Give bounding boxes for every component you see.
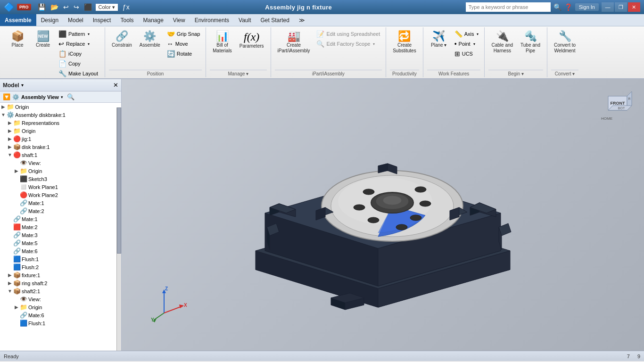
save-icon[interactable]: 💾: [38, 3, 46, 11]
tree-item[interactable]: 🟦 Flush:1: [0, 255, 121, 263]
tree-item[interactable]: ▶ 📦 ring shaft:2: [0, 279, 121, 287]
tree-item[interactable]: 🟥 Mate:2: [0, 223, 121, 231]
assembly-view-label[interactable]: Assembly View: [21, 94, 59, 100]
assembly-options-btn[interactable]: 🔍: [67, 93, 74, 100]
search-input[interactable]: [466, 2, 551, 12]
point-btn[interactable]: • Point▾: [453, 39, 481, 49]
minimize-btn[interactable]: —: [602, 2, 614, 12]
assembly-view-arrow[interactable]: ▾: [61, 95, 63, 99]
tree-toggle[interactable]: ▶: [13, 304, 20, 310]
viewcube[interactable]: FRONT R BOT HOME: [599, 87, 636, 124]
tree-item[interactable]: ▶ 📁 Origin: [0, 103, 121, 111]
plane-btn[interactable]: ✈️ Plane ▾: [427, 29, 451, 50]
menu-environments[interactable]: Environments: [190, 14, 234, 26]
tree-item[interactable]: 🔗 Mate:1: [0, 199, 121, 207]
tree-toggle[interactable]: ▶: [7, 280, 13, 286]
tree-toggle[interactable]: ▼: [7, 288, 13, 294]
tree-item[interactable]: ▼ ⚙️ Assembly diskbrake:1: [0, 111, 121, 119]
filter-icon[interactable]: 🔽: [3, 93, 10, 100]
tree-item[interactable]: 🔗 Mate:2: [0, 207, 121, 215]
maximize-btn[interactable]: ❐: [615, 2, 627, 12]
menu-manage[interactable]: Manage: [138, 14, 168, 26]
tree-item[interactable]: ▶ 📁 Representations: [0, 119, 121, 127]
dropdown-arrow-icon[interactable]: ▾: [21, 82, 24, 88]
tree-toggle[interactable]: ▶: [7, 128, 13, 133]
tree-toggle[interactable]: ▶: [7, 136, 13, 141]
tree-item[interactable]: 👁️ View:: [0, 295, 121, 303]
tree-item[interactable]: 🔗 Mate:6: [0, 247, 121, 255]
assemble-btn[interactable]: ⚙️ Assemble: [137, 29, 163, 50]
help-icon[interactable]: ❓: [564, 3, 572, 11]
tree-toggle[interactable]: ▶: [0, 104, 7, 109]
tree-item[interactable]: ⬛ Sketch3: [0, 175, 121, 183]
edit-spreadsheet-btn[interactable]: 📝 Edit using Spreadsheet: [314, 29, 382, 39]
menu-inspect[interactable]: Inspect: [88, 14, 116, 26]
axis-btn[interactable]: 📏 Axis▾: [453, 29, 481, 39]
tree-toggle[interactable]: ▶: [7, 120, 13, 125]
icopy-btn[interactable]: 📋 iCopy: [57, 49, 101, 58]
tree-item[interactable]: ▶ 📁 Origin: [0, 167, 121, 175]
menu-vault[interactable]: Vault: [234, 14, 256, 26]
sign-in-btn[interactable]: Sign In: [575, 3, 599, 11]
move-btn[interactable]: ↔️ Move: [165, 39, 202, 49]
parameters-btn[interactable]: f(x) Parameters: [237, 29, 267, 51]
formula-icon[interactable]: ƒx: [123, 3, 130, 11]
tree-item[interactable]: 🔗 Mate:1: [0, 215, 121, 223]
tree-item[interactable]: ▼ 🔴 shaft:1: [0, 151, 121, 159]
gripsnap-btn[interactable]: 🤝 Grip Snap: [165, 29, 202, 39]
tree-item[interactable]: ▶ 📦 disk brake:1: [0, 143, 121, 151]
open-icon[interactable]: 📂: [50, 3, 58, 11]
constrain-btn[interactable]: 🔗 Constrain: [109, 29, 135, 50]
menu-assemble[interactable]: Assemble: [0, 14, 36, 26]
tree-item[interactable]: 👁️ View:: [0, 159, 121, 167]
rotate-btn[interactable]: 🔄 Rotate: [165, 49, 202, 58]
tree-toggle[interactable]: ▼: [7, 152, 13, 157]
color-dropdown[interactable]: Color ▾: [96, 4, 118, 11]
bom-btn[interactable]: 📊 Bill ofMaterials: [210, 29, 235, 56]
redo-icon[interactable]: ↪: [74, 3, 79, 11]
menu-model[interactable]: Model: [63, 14, 88, 26]
create-substitutes-btn[interactable]: 🔁 CreateSubstitutes: [390, 29, 419, 56]
tree-item[interactable]: ▶ 🔴 jig:1: [0, 135, 121, 143]
select-icon[interactable]: ⬛: [84, 3, 92, 11]
pattern-btn[interactable]: ⬛ Pattern▾: [57, 29, 101, 39]
makelayout-btn[interactable]: 🔧 Make Layout: [57, 69, 101, 78]
tree-scrollbar-thumb[interactable]: [117, 107, 121, 254]
tube-pipe-btn[interactable]: 🔩 Tube andPipe: [518, 29, 543, 56]
tree-item[interactable]: 🟦 Flush:1: [0, 319, 121, 327]
tree-item[interactable]: ◻️ Work Plane1: [0, 183, 121, 191]
viewport[interactable]: FRONT R BOT HOME Z X Y: [122, 79, 644, 351]
menu-design[interactable]: Design: [36, 14, 63, 26]
create-btn[interactable]: 🆕 Create: [31, 29, 55, 50]
search-icon[interactable]: 🔍: [553, 3, 561, 11]
tree-item[interactable]: 🔗 Mate:3: [0, 231, 121, 239]
tree-item[interactable]: ▶ 📁 Origin: [0, 303, 121, 311]
tree-toggle[interactable]: ▶: [7, 272, 13, 278]
tree-item[interactable]: 🔗 Mate:6: [0, 311, 121, 319]
menu-extra[interactable]: ≫: [294, 14, 310, 26]
panel-close-icon[interactable]: ✕: [113, 82, 118, 89]
tree-item[interactable]: ▶ 📁 Origin: [0, 127, 121, 135]
tree-item[interactable]: ▶ 📦 fixture:1: [0, 271, 121, 279]
undo-icon[interactable]: ↩: [63, 3, 69, 11]
tree-item[interactable]: 🔗 Mate:5: [0, 239, 121, 247]
create-ipart-btn[interactable]: 🏭 CreateiPart/iAssembly: [275, 29, 313, 56]
place-btn[interactable]: 📦 Place: [6, 29, 29, 50]
tree-item[interactable]: 🔴 Work Plane2: [0, 191, 121, 199]
edit-factory-btn[interactable]: 🔍 Edit Factory Scope▾: [314, 39, 382, 49]
tree-item[interactable]: 🟦 Flush:2: [0, 263, 121, 271]
ucs-btn[interactable]: ⊞ UCS: [453, 49, 481, 58]
tree-container[interactable]: ▶ 📁 Origin ▼ ⚙️ Assembly diskbrake:1 ▶ 📁…: [0, 103, 121, 351]
menu-tools[interactable]: Tools: [116, 14, 138, 26]
convert-weldment-btn[interactable]: 🔧 Convert toWeldment: [551, 29, 578, 56]
tree-scrollbar[interactable]: [116, 107, 121, 351]
tree-item[interactable]: ▼ 📦 shaft2:1: [0, 287, 121, 295]
replace-btn[interactable]: ↩ Replace▾: [57, 39, 101, 49]
close-btn[interactable]: ✕: [628, 2, 640, 12]
menu-view[interactable]: View: [168, 14, 190, 26]
menu-getstarted[interactable]: Get Started: [256, 14, 294, 26]
tree-toggle[interactable]: ▼: [0, 112, 7, 117]
copy-btn[interactable]: 📄 Copy: [57, 59, 101, 68]
tree-toggle[interactable]: ▶: [13, 168, 20, 173]
tree-toggle[interactable]: ▶: [7, 144, 13, 149]
